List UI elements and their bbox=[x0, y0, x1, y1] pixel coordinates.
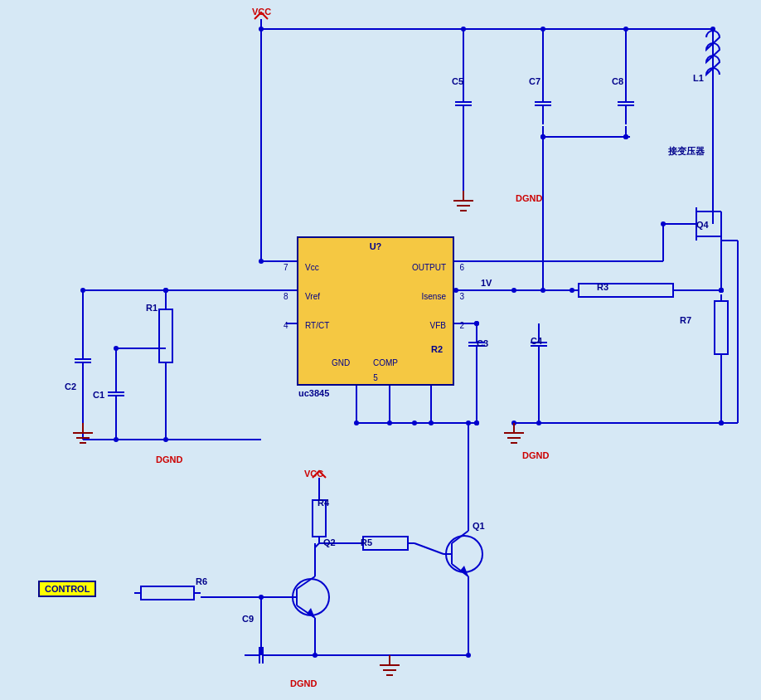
pin-vcc: Vcc bbox=[305, 263, 319, 272]
pinnum-5: 5 bbox=[373, 373, 378, 382]
pinnum-8: 8 bbox=[284, 292, 288, 301]
ic-name: U? bbox=[370, 241, 382, 251]
pinnum-2: 2 bbox=[459, 321, 464, 330]
r6-label: R6 bbox=[196, 576, 207, 586]
dgnd-1: DGND bbox=[156, 455, 182, 464]
pinnum-3: 3 bbox=[459, 292, 464, 301]
vcc-label-mid: VCC bbox=[304, 469, 323, 479]
c2-label: C2 bbox=[65, 382, 76, 391]
dgnd-4: DGND bbox=[290, 678, 317, 688]
control-label: CONTROL bbox=[38, 581, 96, 597]
r7-label: R7 bbox=[680, 315, 691, 325]
c3-label: C3 bbox=[477, 338, 488, 348]
pin-comp: COMP bbox=[373, 358, 398, 367]
r3-label: R3 bbox=[597, 282, 608, 292]
r5-label: R5 bbox=[361, 537, 372, 547]
pin-output: OUTPUT bbox=[412, 263, 446, 272]
c8-label: C8 bbox=[612, 76, 623, 86]
c9-label: C9 bbox=[242, 614, 254, 624]
c7-label: C7 bbox=[529, 76, 540, 86]
dgnd-3: DGND bbox=[522, 450, 549, 460]
dgnd-2: DGND bbox=[516, 193, 542, 203]
voltage-1v-label: 1V bbox=[481, 278, 492, 288]
r2-label: R2 bbox=[431, 344, 443, 354]
vcc-label-top: VCC bbox=[252, 7, 271, 17]
c5-label: C5 bbox=[452, 76, 463, 86]
c1-label: C1 bbox=[93, 390, 104, 400]
l1-label: L1 bbox=[693, 73, 704, 83]
ic-uc3845: U? Vcc Vref RT/CT OUTPUT Isense VFB GND … bbox=[297, 236, 454, 386]
ic-part-label: uc3845 bbox=[298, 388, 329, 398]
pinnum-6: 6 bbox=[459, 263, 464, 272]
pinnum-7: 7 bbox=[284, 263, 288, 272]
pin-vref: Vref bbox=[305, 292, 320, 301]
q4-label: Q4 bbox=[696, 220, 709, 230]
r4-label: R4 bbox=[317, 498, 329, 508]
c4-label: C4 bbox=[531, 336, 542, 346]
pin-vfb: VFB bbox=[430, 321, 446, 330]
q2-base: Q2 bbox=[323, 537, 336, 547]
pinnum-4: 4 bbox=[284, 321, 288, 330]
pin-isense: Isense bbox=[422, 292, 446, 301]
r1-label: R1 bbox=[146, 303, 158, 313]
q1-label: Q1 bbox=[473, 521, 485, 531]
transformer-label: 接变压器 bbox=[668, 145, 705, 158]
pin-gnd: GND bbox=[332, 358, 350, 367]
pin-rtct: RT/CT bbox=[305, 321, 329, 330]
